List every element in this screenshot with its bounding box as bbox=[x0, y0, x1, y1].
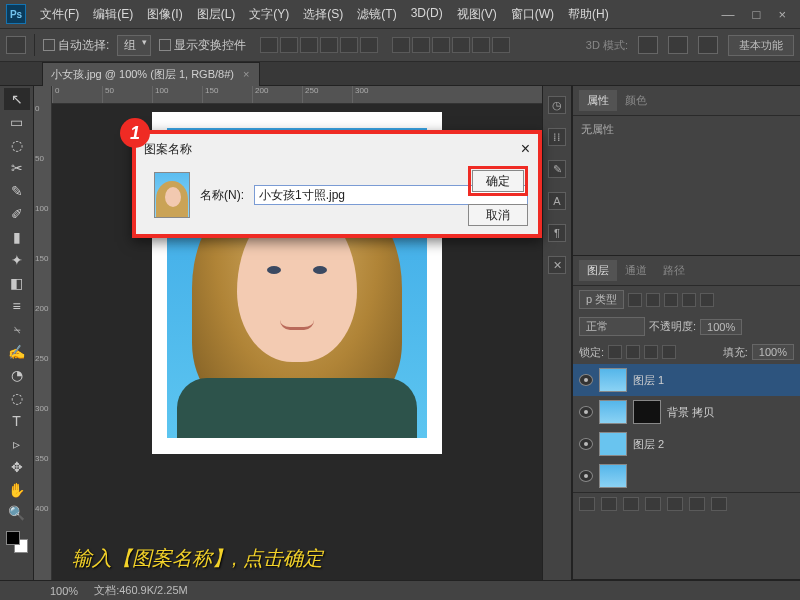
distribute-icon[interactable] bbox=[412, 37, 430, 53]
lasso-tool[interactable]: ◌ bbox=[4, 134, 30, 156]
history-icon[interactable]: ◷ bbox=[548, 96, 566, 114]
layer-thumbnail[interactable] bbox=[599, 432, 627, 456]
distribute-icon[interactable] bbox=[432, 37, 450, 53]
brushes-icon[interactable]: ⁞⁞ bbox=[548, 128, 566, 146]
hand-tool[interactable]: ✋ bbox=[4, 479, 30, 501]
opacity-field[interactable]: 100% bbox=[700, 319, 742, 335]
align-icon[interactable] bbox=[340, 37, 358, 53]
blend-mode-dropdown[interactable]: 正常 bbox=[579, 317, 645, 336]
layer-row[interactable]: 背景 拷贝 bbox=[573, 396, 800, 428]
eraser-tool[interactable]: ≡ bbox=[4, 295, 30, 317]
distribute-icon[interactable] bbox=[392, 37, 410, 53]
menu-view[interactable]: 视图(V) bbox=[451, 4, 503, 25]
align-icon[interactable] bbox=[260, 37, 278, 53]
close-button[interactable]: × bbox=[778, 7, 786, 22]
move-tool-icon[interactable] bbox=[6, 36, 26, 54]
crop-tool[interactable]: ✂ bbox=[4, 157, 30, 179]
align-icon[interactable] bbox=[280, 37, 298, 53]
align-icon[interactable] bbox=[300, 37, 318, 53]
layer-row[interactable]: 图层 2 bbox=[573, 428, 800, 460]
adjustment-icon[interactable] bbox=[645, 497, 661, 511]
workspace-switcher[interactable]: 基本功能 bbox=[728, 35, 794, 56]
delete-layer-icon[interactable] bbox=[711, 497, 727, 511]
filter-icon[interactable] bbox=[700, 293, 714, 307]
mode-3d-icon[interactable] bbox=[668, 36, 688, 54]
ok-button[interactable]: 确定 bbox=[472, 170, 524, 192]
tab-channels[interactable]: 通道 bbox=[617, 260, 655, 281]
foreground-swatch[interactable] bbox=[6, 531, 20, 545]
layer-filter-kind[interactable]: p 类型 bbox=[579, 290, 624, 309]
layer-thumbnail[interactable] bbox=[599, 464, 627, 488]
shape-tool[interactable]: ✥ bbox=[4, 456, 30, 478]
fx-icon[interactable] bbox=[601, 497, 617, 511]
mode-3d-icon[interactable] bbox=[638, 36, 658, 54]
tab-color[interactable]: 颜色 bbox=[617, 90, 655, 111]
new-layer-icon[interactable] bbox=[689, 497, 705, 511]
menu-select[interactable]: 选择(S) bbox=[297, 4, 349, 25]
visibility-icon[interactable] bbox=[579, 438, 593, 450]
auto-select-dropdown[interactable]: 组 bbox=[117, 35, 151, 56]
lock-icon[interactable] bbox=[626, 345, 640, 359]
dialog-close-icon[interactable]: × bbox=[521, 140, 530, 158]
maximize-button[interactable]: □ bbox=[753, 7, 761, 22]
menu-window[interactable]: 窗口(W) bbox=[505, 4, 560, 25]
dodge-tool[interactable]: ◔ bbox=[4, 364, 30, 386]
lock-icon[interactable] bbox=[662, 345, 676, 359]
align-icon[interactable] bbox=[360, 37, 378, 53]
menu-filter[interactable]: 滤镜(T) bbox=[351, 4, 402, 25]
layer-row[interactable]: 图层 1 bbox=[573, 364, 800, 396]
move-tool[interactable]: ↖ bbox=[4, 88, 30, 110]
menu-3d[interactable]: 3D(D) bbox=[405, 4, 449, 25]
visibility-icon[interactable] bbox=[579, 374, 593, 386]
menu-image[interactable]: 图像(I) bbox=[141, 4, 188, 25]
character-icon[interactable]: A bbox=[548, 192, 566, 210]
brush-presets-icon[interactable]: ✎ bbox=[548, 160, 566, 178]
healing-tool[interactable]: ✐ bbox=[4, 203, 30, 225]
stamp-tool[interactable]: ✦ bbox=[4, 249, 30, 271]
auto-select-checkbox[interactable] bbox=[43, 39, 55, 51]
layer-row[interactable] bbox=[573, 460, 800, 492]
align-icon[interactable] bbox=[320, 37, 338, 53]
filter-icon[interactable] bbox=[628, 293, 642, 307]
layer-thumbnail[interactable] bbox=[599, 368, 627, 392]
distribute-icon[interactable] bbox=[452, 37, 470, 53]
brush-tool[interactable]: ▮ bbox=[4, 226, 30, 248]
visibility-icon[interactable] bbox=[579, 470, 593, 482]
zoom-tool[interactable]: 🔍 bbox=[4, 502, 30, 524]
visibility-icon[interactable] bbox=[579, 406, 593, 418]
lock-icon[interactable] bbox=[608, 345, 622, 359]
doc-info[interactable]: 文档:460.9K/2.25M bbox=[94, 583, 188, 598]
blur-tool[interactable]: ✍ bbox=[4, 341, 30, 363]
fill-field[interactable]: 100% bbox=[752, 344, 794, 360]
lock-icon[interactable] bbox=[644, 345, 658, 359]
layer-mask-thumbnail[interactable] bbox=[633, 400, 661, 424]
menu-file[interactable]: 文件(F) bbox=[34, 4, 85, 25]
layer-thumbnail[interactable] bbox=[599, 400, 627, 424]
pen-tool[interactable]: ◌ bbox=[4, 387, 30, 409]
distribute-icon[interactable] bbox=[492, 37, 510, 53]
mask-icon[interactable] bbox=[623, 497, 639, 511]
type-tool[interactable]: T bbox=[4, 410, 30, 432]
menu-edit[interactable]: 编辑(E) bbox=[87, 4, 139, 25]
eyedropper-tool[interactable]: ✎ bbox=[4, 180, 30, 202]
link-layers-icon[interactable] bbox=[579, 497, 595, 511]
filter-icon[interactable] bbox=[664, 293, 678, 307]
mode-3d-icon[interactable] bbox=[698, 36, 718, 54]
menu-help[interactable]: 帮助(H) bbox=[562, 4, 615, 25]
gradient-tool[interactable]: ⍀ bbox=[4, 318, 30, 340]
menu-layer[interactable]: 图层(L) bbox=[191, 4, 242, 25]
filter-icon[interactable] bbox=[646, 293, 660, 307]
cancel-button[interactable]: 取消 bbox=[468, 204, 528, 226]
zoom-level[interactable]: 100% bbox=[50, 585, 78, 597]
menu-type[interactable]: 文字(Y) bbox=[243, 4, 295, 25]
document-tab[interactable]: 小女孩.jpg @ 100% (图层 1, RGB/8#) × bbox=[42, 62, 260, 86]
tab-close-icon[interactable]: × bbox=[243, 68, 249, 80]
swatches-icon[interactable]: ✕ bbox=[548, 256, 566, 274]
color-swatches[interactable] bbox=[6, 531, 28, 553]
group-icon[interactable] bbox=[667, 497, 683, 511]
distribute-icon[interactable] bbox=[472, 37, 490, 53]
history-brush-tool[interactable]: ◧ bbox=[4, 272, 30, 294]
show-transform-checkbox[interactable] bbox=[159, 39, 171, 51]
path-tool[interactable]: ▹ bbox=[4, 433, 30, 455]
filter-icon[interactable] bbox=[682, 293, 696, 307]
